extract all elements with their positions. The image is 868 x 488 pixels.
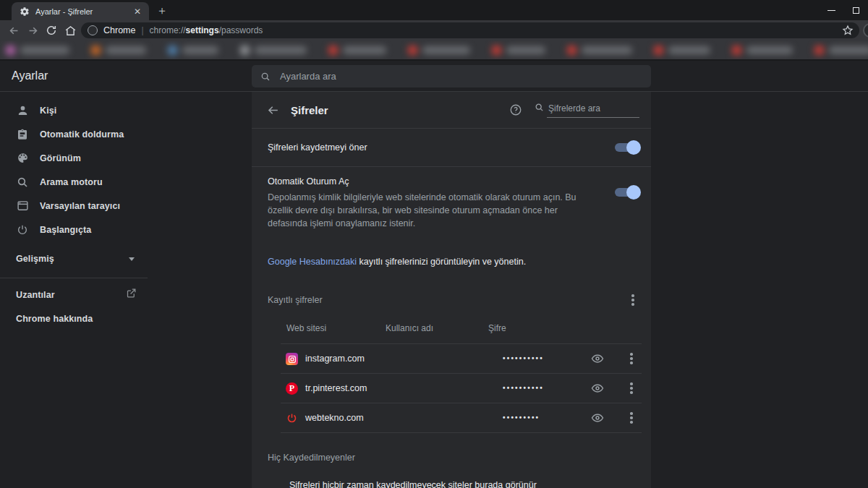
sidebar-item-kisi[interactable]: Kişi <box>0 98 148 122</box>
masked-password: ••••••••• <box>503 414 540 421</box>
sidebar-item-uzantilar[interactable]: Uzantılar <box>0 283 148 307</box>
auto-signin-title: Otomatik Oturum Aç <box>268 176 589 187</box>
bookmark-item[interactable] <box>240 46 307 55</box>
divider <box>281 432 642 433</box>
extensions-label: Uzantılar <box>16 290 55 300</box>
passwords-table-header: Web sitesi Kullanıcı adı Şifre <box>252 317 651 343</box>
external-link-icon <box>126 288 137 301</box>
settings-search-box[interactable] <box>252 65 651 87</box>
pinterest-favicon-icon: P <box>286 382 298 395</box>
sidebar-item-gorunum[interactable]: Görünüm <box>0 146 148 170</box>
search-icon <box>260 72 271 82</box>
saved-passwords-label: Kayıtlı şifreler <box>268 295 626 305</box>
more-vert-icon[interactable] <box>626 293 639 307</box>
bookmark-item[interactable] <box>6 46 69 55</box>
site-name: instagram.com <box>305 354 365 364</box>
bookmark-item[interactable] <box>328 46 386 55</box>
bookmark-item[interactable] <box>168 46 218 55</box>
masked-password: •••••••••• <box>503 384 544 392</box>
settings-page: Ayarlar Kişi <box>0 61 868 488</box>
passwords-search-box[interactable] <box>535 102 639 118</box>
sidebar-item-otomatik-doldurma[interactable]: Otomatik doldurma <box>0 122 148 146</box>
sidebar-item-arama-motoru[interactable]: Arama motoru <box>0 170 148 194</box>
new-tab-button[interactable]: ＋ <box>153 4 171 18</box>
back-icon[interactable] <box>7 24 20 37</box>
passwords-search-input[interactable] <box>547 102 639 118</box>
reload-icon[interactable] <box>45 24 58 37</box>
sidebar-item-label: Otomatik doldurma <box>40 129 124 140</box>
chevron-down-icon <box>129 257 135 261</box>
bookmark-item[interactable] <box>492 46 545 55</box>
google-account-rest: kayıtlı şifrelerinizi görüntüleyin ve yö… <box>357 257 526 267</box>
bookmark-item[interactable] <box>732 46 793 55</box>
site-name: tr.pinterest.com <box>305 383 367 393</box>
sidebar-item-label: Kişi <box>40 106 56 116</box>
bookmark-item[interactable] <box>91 46 146 55</box>
more-vert-icon[interactable] <box>625 411 638 425</box>
column-password: Şifre <box>488 323 506 333</box>
auto-signin-row: Otomatik Oturum Aç Depolanmış kimlik bil… <box>252 167 651 241</box>
about-label: Chrome hakkında <box>16 314 93 324</box>
sidebar-item-varsayilan-tarayici[interactable]: Varsayılan tarayıcı <box>0 194 148 218</box>
bookmark-item[interactable] <box>408 46 470 55</box>
autofill-icon <box>16 128 29 141</box>
active-tab[interactable]: Ayarlar - Şifreler ✕ <box>12 2 149 20</box>
sidebar-item-chrome-hakkinda[interactable]: Chrome hakkında <box>0 307 148 330</box>
show-password-eye-icon[interactable] <box>590 411 605 424</box>
chrome-page-icon <box>88 25 98 35</box>
search-engine-icon <box>16 176 29 189</box>
passwords-card: Şifreler Şifreleri kaydetmeyi öner <box>252 92 651 488</box>
bookmark-item[interactable] <box>567 46 632 55</box>
omnibox[interactable]: Chrome | chrome:// settings /passwords <box>81 22 859 38</box>
offer-save-label: Şifreleri kaydetmeyi öner <box>268 142 615 153</box>
offer-save-toggle[interactable] <box>615 142 639 153</box>
window-maximize-button[interactable] <box>843 0 868 20</box>
omnibox-host: settings <box>186 25 219 35</box>
profile-avatar[interactable] <box>863 23 868 38</box>
omnibox-path: /passwords <box>219 25 263 35</box>
settings-search-input[interactable] <box>280 71 642 82</box>
bookmark-item[interactable] <box>814 46 868 55</box>
sidebar-item-label: Başlangıçta <box>40 225 91 235</box>
tab-title: Ayarlar - Şifreler <box>35 7 132 16</box>
passwords-card-header: Şifreler <box>252 92 651 128</box>
show-password-eye-icon[interactable] <box>590 352 605 365</box>
on-startup-power-icon <box>16 223 29 236</box>
show-password-eye-icon[interactable] <box>590 382 605 395</box>
column-username: Kullanıcı adı <box>386 323 433 333</box>
more-vert-icon[interactable] <box>625 351 638 366</box>
help-icon[interactable] <box>509 103 523 117</box>
sidebar-advanced-toggle[interactable]: Gelişmiş <box>0 247 148 271</box>
password-row-pinterest: P tr.pinterest.com •••••••••• <box>252 374 651 403</box>
settings-header: Ayarlar <box>0 61 868 92</box>
forward-icon[interactable] <box>26 24 39 37</box>
omnibox-product-label: Chrome <box>103 25 135 35</box>
instagram-favicon-icon <box>286 353 298 365</box>
webtekno-favicon-icon <box>286 412 298 424</box>
omnibox-separator: | <box>141 25 143 35</box>
site-name: webtekno.com <box>305 413 364 423</box>
passwords-title: Şifreler <box>291 104 328 116</box>
auto-signin-toggle[interactable] <box>615 187 639 197</box>
saved-passwords-header: Kayıtlı şifreler <box>252 293 651 307</box>
masked-password: •••••••••• <box>503 354 544 362</box>
sidebar-item-baslangicta[interactable]: Başlangıçta <box>0 218 148 241</box>
sidebar-item-label: Arama motoru <box>40 177 103 187</box>
home-icon[interactable] <box>64 24 77 37</box>
password-row-webtekno: webtekno.com ••••••••• <box>252 403 651 432</box>
bookmarks-bar <box>0 40 868 61</box>
tab-close-icon[interactable]: ✕ <box>132 6 143 17</box>
column-website: Web sitesi <box>286 323 326 333</box>
more-vert-icon[interactable] <box>625 381 638 395</box>
default-browser-icon <box>16 200 29 213</box>
bookmark-item[interactable] <box>654 46 710 55</box>
bookmark-star-icon[interactable] <box>842 25 854 36</box>
back-arrow-icon[interactable] <box>260 98 285 122</box>
appearance-icon <box>16 152 29 165</box>
sidebar-item-label: Varsayılan tarayıcı <box>40 201 120 211</box>
window-minimize-button[interactable] <box>819 0 843 20</box>
settings-sidebar: Kişi Otomatik doldurma Görünüm <box>0 92 148 330</box>
never-saved-header: Hiç Kaydedilmeyenler <box>252 453 651 463</box>
google-account-link[interactable]: Google Hesabınızdaki <box>268 257 357 267</box>
password-row-instagram: instagram.com •••••••••• <box>252 344 651 373</box>
